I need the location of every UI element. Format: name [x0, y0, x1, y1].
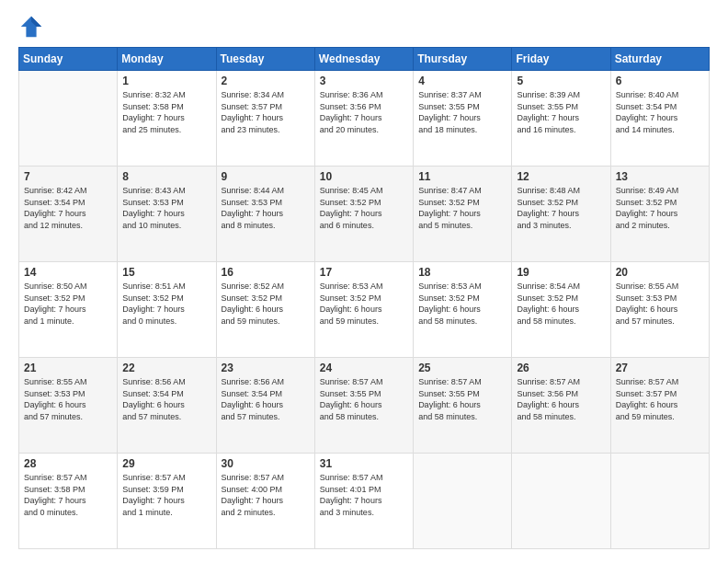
daylight-text: Daylight: 6 hours: [222, 304, 310, 316]
daylight-text: Daylight: 6 hours: [418, 304, 506, 316]
daylight-text: Daylight: 7 hours: [320, 112, 408, 124]
sunset-text: Sunset: 3:55 PM: [517, 101, 605, 113]
calendar-cell: 18Sunrise: 8:53 AMSunset: 3:52 PMDayligh…: [414, 262, 512, 358]
day-number: 31: [320, 457, 408, 470]
sunrise-text: Sunrise: 8:57 AM: [320, 376, 408, 388]
calendar-cell: 2Sunrise: 8:34 AMSunset: 3:57 PMDaylight…: [216, 71, 314, 167]
calendar-cell: 23Sunrise: 8:56 AMSunset: 3:54 PMDayligh…: [216, 358, 314, 454]
cell-info: Sunrise: 8:40 AMSunset: 3:54 PMDaylight:…: [616, 89, 704, 135]
day-number: 7: [24, 170, 112, 183]
sunset-text: Sunset: 3:57 PM: [222, 101, 310, 113]
sunset-text: Sunset: 3:53 PM: [122, 197, 210, 209]
daylight-text: and 3 minutes.: [320, 507, 408, 519]
daylight-text: Daylight: 7 hours: [122, 304, 210, 316]
sunset-text: Sunset: 3:52 PM: [320, 293, 408, 304]
calendar-cell: 31Sunrise: 8:57 AMSunset: 4:01 PMDayligh…: [314, 454, 413, 549]
sunset-text: Sunset: 3:54 PM: [24, 197, 112, 209]
cell-info: Sunrise: 8:37 AMSunset: 3:55 PMDaylight:…: [418, 89, 506, 135]
day-number: 24: [320, 362, 408, 374]
sunrise-text: Sunrise: 8:47 AM: [418, 185, 506, 197]
sunset-text: Sunset: 3:57 PM: [616, 388, 704, 400]
sunrise-text: Sunrise: 8:50 AM: [24, 281, 112, 293]
cell-info: Sunrise: 8:57 AMSunset: 3:59 PMDaylight:…: [122, 472, 210, 518]
daylight-text: Daylight: 6 hours: [616, 399, 704, 411]
sunrise-text: Sunrise: 8:54 AM: [517, 281, 605, 293]
daylight-text: Daylight: 7 hours: [222, 208, 310, 220]
sunrise-text: Sunrise: 8:55 AM: [616, 281, 704, 293]
cell-info: Sunrise: 8:57 AMSunset: 3:55 PMDaylight:…: [320, 376, 408, 422]
sunrise-text: Sunrise: 8:43 AM: [122, 185, 210, 197]
calendar-cell: 30Sunrise: 8:57 AMSunset: 4:00 PMDayligh…: [216, 454, 314, 549]
calendar-cell: 20Sunrise: 8:55 AMSunset: 3:53 PMDayligh…: [610, 262, 709, 358]
cell-info: Sunrise: 8:57 AMSunset: 4:00 PMDaylight:…: [222, 472, 310, 518]
calendar-cell: 10Sunrise: 8:45 AMSunset: 3:52 PMDayligh…: [314, 167, 413, 262]
sunset-text: Sunset: 3:59 PM: [122, 484, 210, 496]
sunrise-text: Sunrise: 8:57 AM: [616, 376, 704, 388]
cell-info: Sunrise: 8:43 AMSunset: 3:53 PMDaylight:…: [122, 185, 210, 231]
daylight-text: and 58 minutes.: [418, 316, 506, 327]
day-number: 18: [418, 266, 506, 279]
sunrise-text: Sunrise: 8:57 AM: [24, 472, 112, 484]
sunrise-text: Sunrise: 8:53 AM: [418, 281, 506, 293]
calendar-cell: 12Sunrise: 8:48 AMSunset: 3:52 PMDayligh…: [512, 167, 610, 262]
day-number: 11: [418, 170, 506, 183]
cell-info: Sunrise: 8:32 AMSunset: 3:58 PMDaylight:…: [122, 89, 210, 135]
daylight-text: and 0 minutes.: [122, 316, 210, 327]
calendar-week-row: 21Sunrise: 8:55 AMSunset: 3:53 PMDayligh…: [19, 358, 710, 454]
daylight-text: and 3 minutes.: [517, 220, 605, 232]
day-number: 9: [222, 170, 310, 183]
cell-info: Sunrise: 8:54 AMSunset: 3:52 PMDaylight:…: [517, 281, 605, 327]
daylight-text: and 20 minutes.: [320, 124, 408, 136]
daylight-text: and 16 minutes.: [517, 124, 605, 136]
daylight-text: Daylight: 7 hours: [24, 208, 112, 220]
day-number: 29: [122, 457, 210, 470]
calendar-cell: 13Sunrise: 8:49 AMSunset: 3:52 PMDayligh…: [610, 167, 709, 262]
sunrise-text: Sunrise: 8:32 AM: [122, 89, 210, 101]
weekday-header-friday: Friday: [512, 48, 610, 71]
page: SundayMondayTuesdayWednesdayThursdayFrid…: [0, 0, 728, 563]
cell-info: Sunrise: 8:56 AMSunset: 3:54 PMDaylight:…: [122, 376, 210, 422]
daylight-text: Daylight: 6 hours: [517, 304, 605, 316]
daylight-text: Daylight: 6 hours: [222, 399, 310, 411]
calendar-cell: 22Sunrise: 8:56 AMSunset: 3:54 PMDayligh…: [118, 358, 216, 454]
daylight-text: and 12 minutes.: [24, 220, 112, 232]
day-number: 15: [122, 266, 210, 279]
sunset-text: Sunset: 3:52 PM: [24, 293, 112, 304]
sunset-text: Sunset: 3:54 PM: [222, 388, 310, 400]
cell-info: Sunrise: 8:47 AMSunset: 3:52 PMDaylight:…: [418, 185, 506, 231]
daylight-text: and 2 minutes.: [222, 507, 310, 519]
daylight-text: and 59 minutes.: [320, 316, 408, 327]
sunrise-text: Sunrise: 8:56 AM: [122, 376, 210, 388]
calendar-cell: 8Sunrise: 8:43 AMSunset: 3:53 PMDaylight…: [118, 167, 216, 262]
cell-info: Sunrise: 8:45 AMSunset: 3:52 PMDaylight:…: [320, 185, 408, 231]
sunrise-text: Sunrise: 8:45 AM: [320, 185, 408, 197]
calendar-header-row: SundayMondayTuesdayWednesdayThursdayFrid…: [19, 48, 710, 71]
sunrise-text: Sunrise: 8:42 AM: [24, 185, 112, 197]
daylight-text: and 59 minutes.: [616, 411, 704, 423]
cell-info: Sunrise: 8:57 AMSunset: 3:58 PMDaylight:…: [24, 472, 112, 518]
day-number: 5: [517, 75, 605, 87]
calendar-cell: [610, 454, 709, 549]
sunrise-text: Sunrise: 8:56 AM: [222, 376, 310, 388]
daylight-text: and 58 minutes.: [418, 411, 506, 423]
sunset-text: Sunset: 3:52 PM: [222, 293, 310, 304]
daylight-text: and 57 minutes.: [616, 316, 704, 327]
calendar-cell: 7Sunrise: 8:42 AMSunset: 3:54 PMDaylight…: [19, 167, 118, 262]
sunset-text: Sunset: 3:53 PM: [616, 293, 704, 304]
cell-info: Sunrise: 8:34 AMSunset: 3:57 PMDaylight:…: [222, 89, 310, 135]
calendar-cell: 16Sunrise: 8:52 AMSunset: 3:52 PMDayligh…: [216, 262, 314, 358]
cell-info: Sunrise: 8:55 AMSunset: 3:53 PMDaylight:…: [616, 281, 704, 327]
daylight-text: Daylight: 7 hours: [320, 208, 408, 220]
daylight-text: Daylight: 6 hours: [24, 399, 112, 411]
day-number: 17: [320, 266, 408, 279]
daylight-text: Daylight: 7 hours: [24, 304, 112, 316]
day-number: 23: [222, 362, 310, 374]
daylight-text: Daylight: 6 hours: [320, 399, 408, 411]
daylight-text: and 58 minutes.: [517, 411, 605, 423]
day-number: 22: [122, 362, 210, 374]
daylight-text: and 23 minutes.: [222, 124, 310, 136]
daylight-text: and 18 minutes.: [418, 124, 506, 136]
cell-info: Sunrise: 8:42 AMSunset: 3:54 PMDaylight:…: [24, 185, 112, 231]
calendar-cell: 14Sunrise: 8:50 AMSunset: 3:52 PMDayligh…: [19, 262, 118, 358]
daylight-text: and 5 minutes.: [418, 220, 506, 232]
